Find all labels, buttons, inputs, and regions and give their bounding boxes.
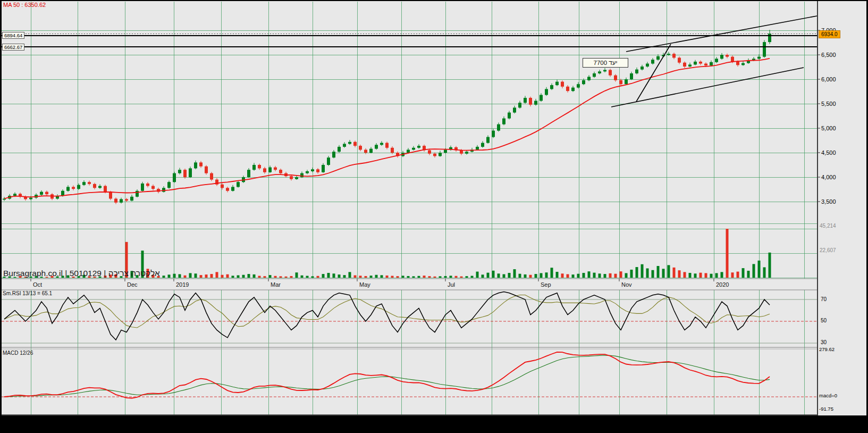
svg-text:Nov: Nov: [621, 281, 632, 288]
chart-canvas[interactable]: OctDec2019MarMayJulSepNov20207,0006,5006…: [0, 0, 868, 433]
svg-text:5,500: 5,500: [821, 101, 836, 107]
svg-text:Jul: Jul: [448, 281, 455, 288]
svg-text:May: May: [359, 281, 370, 288]
macd-scale-zero: macd=0: [819, 393, 837, 398]
price-scale-layer: 7,0006,5006,0005,5005,0004,5004,0003,500: [818, 1, 836, 415]
price-levels-layer: [2, 34, 817, 47]
rsi-indicator-label: Sm.RSI 13/13 = 65.1: [3, 290, 52, 296]
rsi-layer: [2, 292, 817, 349]
svg-text:3,500: 3,500: [821, 198, 836, 205]
macd-layer: [2, 352, 817, 415]
target-annotation[interactable]: יעד 7700: [583, 58, 628, 68]
price-level-label-lower: 6662.67: [2, 44, 24, 51]
candlestick-layer: [3, 30, 771, 204]
svg-text:5,000: 5,000: [821, 125, 836, 131]
svg-text:4,500: 4,500: [821, 149, 836, 156]
macd-indicator-label: MACD 12/26: [3, 350, 33, 356]
ma-indicator-label: MA 50 : 6350.62: [3, 2, 46, 8]
volume-scale-max: 45,214: [820, 223, 836, 229]
price-level-label-upper: 6894.64: [2, 32, 24, 39]
svg-text:Dec: Dec: [127, 281, 138, 288]
svg-text:6,000: 6,000: [821, 76, 836, 82]
svg-text:2019: 2019: [176, 281, 189, 288]
chart-window: OctDec2019MarMayJulSepNov20207,0006,5006…: [0, 0, 868, 433]
rsi-scale-70: 70: [821, 296, 827, 302]
macd-scale-bottom: -91.75: [819, 406, 833, 412]
svg-text:6,500: 6,500: [821, 52, 836, 58]
rsi-scale-30: 30: [821, 339, 827, 345]
svg-text:4,000: 4,000: [821, 174, 836, 180]
svg-text:Sep: Sep: [541, 281, 551, 288]
svg-text:Oct: Oct: [33, 281, 42, 288]
watermark-symbol-title: Bursagraph.co.il | 5010129 | אלקטרה צריכ…: [3, 269, 160, 278]
current-price-tag: 6934.0: [819, 30, 840, 38]
rsi-scale-50: 50: [821, 318, 827, 323]
svg-text:2020: 2020: [716, 281, 729, 288]
svg-text:Mar: Mar: [271, 281, 281, 288]
volume-scale-mid: 22,607: [820, 247, 836, 253]
window-bottom-strip: [0, 415, 868, 433]
time-axis-layer: OctDec2019MarMayJulSepNov2020: [2, 279, 817, 290]
macd-scale-top: 279.62: [819, 346, 835, 352]
